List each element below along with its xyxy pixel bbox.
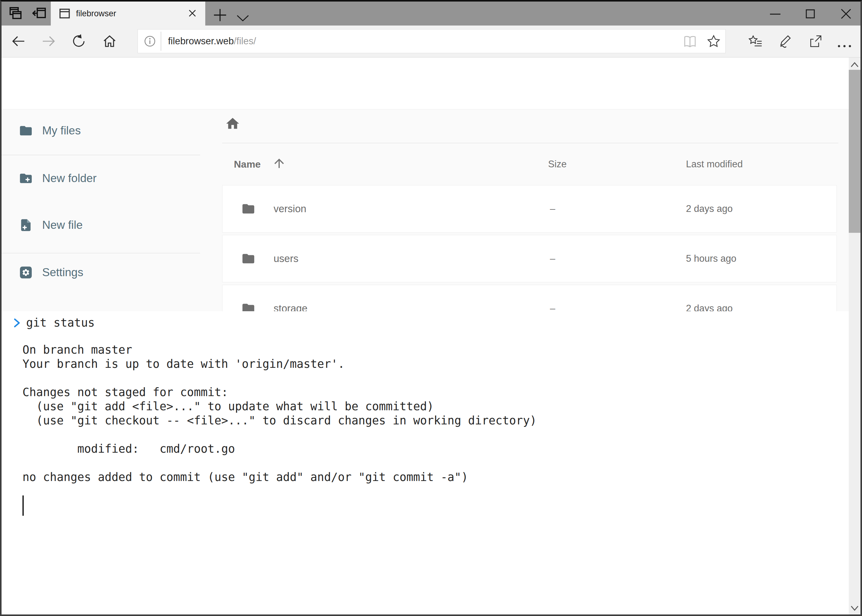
column-header-name[interactable]: Name — [234, 159, 261, 170]
sidebar-item-new-file[interactable]: New file — [2, 208, 200, 242]
file-size: – — [550, 203, 555, 214]
scroll-up-icon[interactable] — [850, 61, 859, 68]
page-icon — [59, 8, 71, 19]
url-divider — [161, 32, 161, 51]
app-header — [2, 58, 849, 110]
set-tabs-aside-icon[interactable] — [32, 6, 46, 20]
file-row-users[interactable]: users – 5 hours ago — [222, 235, 837, 282]
close-button[interactable] — [839, 7, 853, 20]
more-options-icon[interactable] — [837, 39, 851, 53]
sort-ascending-icon[interactable] — [272, 156, 286, 171]
tab-list-chevron-icon[interactable] — [236, 11, 250, 25]
site-info-icon[interactable] — [144, 35, 156, 47]
file-row-version[interactable]: version – 2 days ago — [222, 185, 837, 233]
sidebar-item-label: My files — [42, 124, 80, 137]
back-icon[interactable] — [11, 34, 25, 48]
terminal-panel[interactable]: git status On branch master Your branch … — [2, 311, 849, 616]
breadcrumb-home-icon[interactable] — [225, 116, 240, 131]
column-header-modified[interactable]: Last modified — [686, 159, 742, 170]
scrollbar-thumb[interactable] — [849, 70, 860, 233]
sidebar-item-settings[interactable]: Settings — [2, 256, 200, 289]
browser-tab[interactable]: filebrowser — [51, 2, 205, 25]
file-modified: 2 days ago — [686, 203, 733, 214]
addressbar: filebrowser.web/files/ — [2, 25, 860, 58]
folder-icon — [19, 124, 33, 138]
file-size: – — [550, 253, 555, 264]
terminal-command: git status — [26, 316, 95, 329]
terminal-cursor — [22, 495, 24, 516]
sidebar-item-label: New file — [42, 218, 83, 232]
forward-icon[interactable] — [41, 34, 56, 48]
file-modified: 5 hours ago — [686, 253, 736, 264]
prompt-chevron-icon — [13, 317, 21, 329]
home-icon[interactable] — [102, 34, 117, 48]
url-host: filebrowser.web — [168, 36, 234, 46]
sidebar-item-new-folder[interactable]: New folder — [2, 162, 200, 195]
terminal-prompt-line: git status — [13, 316, 95, 329]
tab-preview-icon[interactable] — [9, 6, 22, 20]
refresh-icon[interactable] — [72, 34, 86, 48]
settings-icon — [19, 266, 33, 280]
address-field[interactable]: filebrowser.web/files/ — [137, 29, 726, 53]
new-file-icon — [19, 218, 33, 232]
terminal-output: On branch master Your branch is up to da… — [22, 343, 537, 484]
titlebar: filebrowser — [2, 2, 860, 25]
browser-window: filebrowser — [0, 0, 862, 616]
file-name: users — [274, 253, 298, 264]
column-header-size[interactable]: Size — [548, 159, 567, 170]
hub-favorites-icon[interactable] — [748, 34, 762, 48]
favorite-star-icon[interactable] — [706, 34, 721, 49]
tab-title: filebrowser — [76, 9, 116, 19]
folder-icon — [240, 202, 257, 216]
maximize-button[interactable] — [804, 7, 817, 20]
sidebar-divider — [2, 155, 200, 155]
sidebar-item-label: Settings — [42, 266, 84, 279]
url-path: /files/ — [234, 36, 256, 46]
breadcrumb-divider — [222, 143, 838, 143]
web-note-pen-icon[interactable] — [778, 34, 793, 48]
minimize-button[interactable] — [769, 7, 782, 20]
sidebar: My files New folder New file — [2, 110, 200, 311]
url-text: filebrowser.web/files/ — [168, 36, 256, 47]
new-tab-icon[interactable] — [213, 8, 227, 22]
share-icon[interactable] — [808, 34, 823, 48]
scroll-down-icon[interactable] — [850, 605, 859, 612]
reading-view-icon[interactable] — [683, 35, 697, 48]
folder-icon — [240, 251, 257, 266]
page-scrollbar[interactable] — [849, 58, 860, 616]
tab-close-icon[interactable] — [187, 8, 198, 19]
sidebar-item-label: New folder — [42, 172, 97, 185]
new-folder-icon — [19, 171, 33, 185]
sidebar-item-my-files[interactable]: My files — [2, 114, 200, 148]
sidebar-divider — [2, 253, 200, 253]
file-name: version — [274, 203, 306, 215]
